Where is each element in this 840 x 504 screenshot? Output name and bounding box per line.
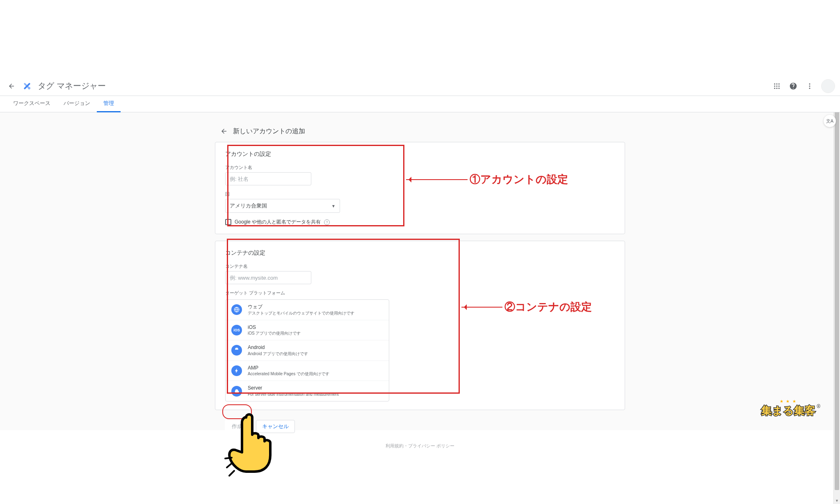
svg-point-10 <box>776 87 778 89</box>
country-label: 国 <box>225 191 615 197</box>
amp-icon <box>231 365 242 376</box>
svg-point-13 <box>809 85 810 87</box>
platform-list: ウェブデスクトップとモバイルのウェブサイトでの使用向けです iOS iOSiOS… <box>225 299 389 401</box>
svg-line-18 <box>227 463 233 468</box>
content-area: 新しいアカウントの追加 アカウントの設定 アカウント名 国 アメリカ合衆国 ▼ … <box>0 112 840 430</box>
app-title: タグ マネージャー <box>38 80 106 91</box>
svg-point-16 <box>236 349 236 349</box>
tab-workspace[interactable]: ワークスペース <box>7 96 57 112</box>
container-name-label: コンテナ名 <box>225 263 615 269</box>
svg-point-4 <box>776 83 778 84</box>
platform-item-amp[interactable]: AMPAccelerated Mobile Pages での使用向けです <box>226 361 389 381</box>
account-name-label: アカウント名 <box>225 164 615 171</box>
scroll-down-icon[interactable]: ▼ <box>834 497 840 504</box>
svg-point-12 <box>809 83 810 84</box>
svg-line-19 <box>225 458 232 458</box>
account-section-title: アカウントの設定 <box>225 151 615 158</box>
platform-item-ios[interactable]: iOS iOSiOS アプリでの使用向けです <box>226 320 389 341</box>
share-data-label: Google や他の人と匿名でデータを共有 <box>235 219 321 226</box>
annotation-arrow-2 <box>461 307 502 308</box>
platform-item-android[interactable]: AndroidAndroid アプリでの使用向けです <box>226 340 389 361</box>
panel-back-icon[interactable] <box>218 125 230 137</box>
svg-point-11 <box>778 87 780 89</box>
platform-label: ターゲット プラットフォーム <box>225 290 615 296</box>
country-value: アメリカ合衆国 <box>230 202 267 210</box>
back-arrow-icon[interactable] <box>5 80 18 93</box>
annotation-text-1: ①アカウントの設定 <box>470 172 568 187</box>
svg-point-8 <box>778 85 780 87</box>
tab-admin[interactable]: 管理 <box>97 96 121 112</box>
platform-item-server[interactable]: ServerFor server-side instrumentation an… <box>226 381 389 401</box>
svg-point-6 <box>774 85 775 87</box>
account-settings-card: アカウントの設定 アカウント名 国 アメリカ合衆国 ▼ Google や他の人と… <box>215 142 625 234</box>
platform-item-web[interactable]: ウェブデスクトップとモバイルのウェブサイトでの使用向けです <box>226 300 389 320</box>
tag-manager-logo-icon <box>22 81 32 91</box>
ios-icon: iOS <box>231 325 242 335</box>
info-icon[interactable]: ? <box>324 219 330 225</box>
svg-point-3 <box>774 83 775 84</box>
user-avatar[interactable] <box>821 79 835 93</box>
new-account-panel: 新しいアカウントの追加 アカウントの設定 アカウント名 国 アメリカ合衆国 ▼ … <box>215 121 625 449</box>
more-vert-icon[interactable] <box>802 79 817 94</box>
scrollbar-thumb[interactable] <box>835 84 839 490</box>
help-icon[interactable] <box>786 79 801 94</box>
panel-title: 新しいアカウントの追加 <box>233 127 305 136</box>
translate-fab-icon[interactable]: 文A <box>824 115 836 127</box>
web-icon <box>231 304 242 315</box>
hand-pointer-icon <box>224 410 289 481</box>
container-name-input[interactable] <box>225 271 311 284</box>
svg-point-17 <box>237 349 237 349</box>
chevron-down-icon: ▼ <box>331 204 336 208</box>
server-icon <box>231 386 242 397</box>
account-name-input[interactable] <box>225 172 311 185</box>
apps-grid-icon[interactable] <box>769 79 784 94</box>
brand-badge: ★ ★ ★ 集まる集客 集まる集客 ® <box>761 399 815 418</box>
scrollbar-vertical[interactable]: ▲ ▼ <box>833 76 840 504</box>
tab-version[interactable]: バージョン <box>57 96 97 112</box>
svg-point-9 <box>774 87 775 89</box>
container-settings-card: コンテナの設定 コンテナ名 ターゲット プラットフォーム ウェブデスクトップとモ… <box>215 241 625 410</box>
svg-point-5 <box>778 83 780 84</box>
svg-point-14 <box>809 87 810 89</box>
nav-tabs: ワークスペース バージョン 管理 <box>0 96 840 112</box>
share-data-checkbox[interactable] <box>225 219 231 225</box>
svg-point-7 <box>776 85 778 87</box>
annotation-arrow-1 <box>406 179 468 180</box>
brand-registered: ® <box>817 404 820 409</box>
country-select[interactable]: アメリカ合衆国 ▼ <box>225 199 340 213</box>
annotation-text-2: ②コンテナの設定 <box>504 300 592 314</box>
brand-text-fill: 集まる集客 <box>761 404 815 418</box>
container-section-title: コンテナの設定 <box>225 249 615 257</box>
brand-stars: ★ ★ ★ <box>761 399 815 404</box>
app-header: タグ マネージャー <box>0 76 840 96</box>
svg-line-20 <box>229 471 234 476</box>
android-icon <box>231 345 242 356</box>
